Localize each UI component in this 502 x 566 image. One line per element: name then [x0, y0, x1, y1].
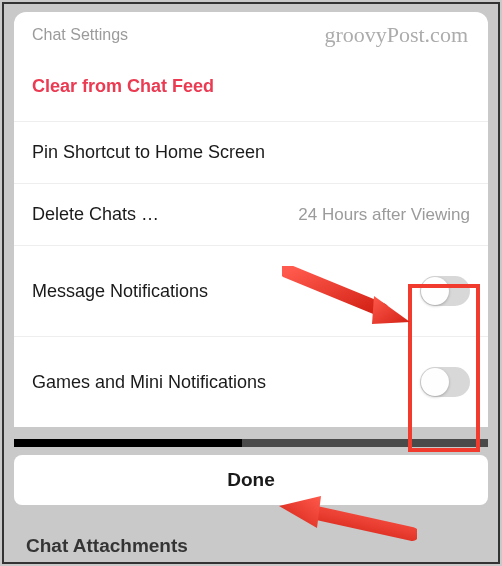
toggle-knob: [421, 277, 449, 305]
clear-chat-feed-label: Clear from Chat Feed: [32, 76, 214, 97]
message-notifications-row: Message Notifications: [14, 246, 488, 337]
games-notifications-toggle[interactable]: [420, 367, 470, 397]
done-button[interactable]: Done: [14, 455, 488, 505]
delete-chats-label: Delete Chats …: [32, 204, 159, 225]
delete-chats-value: 24 Hours after Viewing: [298, 205, 470, 225]
message-notifications-toggle[interactable]: [420, 276, 470, 306]
background-row-label: Chat Attachments: [26, 535, 188, 557]
done-label: Done: [227, 469, 275, 490]
progress-area: [14, 439, 488, 449]
pin-shortcut-row[interactable]: Pin Shortcut to Home Screen: [14, 122, 488, 184]
progress-fill: [14, 439, 242, 447]
pin-shortcut-label: Pin Shortcut to Home Screen: [32, 142, 265, 163]
games-notifications-row: Games and Mini Notifications: [14, 337, 488, 427]
chat-settings-sheet: Chat Settings Clear from Chat Feed Pin S…: [14, 12, 488, 427]
clear-chat-feed-row[interactable]: Clear from Chat Feed: [14, 52, 488, 122]
app-frame: groovyPost.com Chat Settings Clear from …: [2, 2, 500, 564]
delete-chats-row[interactable]: Delete Chats … 24 Hours after Viewing: [14, 184, 488, 246]
message-notifications-label: Message Notifications: [32, 281, 208, 302]
games-notifications-label: Games and Mini Notifications: [32, 372, 266, 393]
sheet-title: Chat Settings: [14, 12, 488, 52]
toggle-knob: [421, 368, 449, 396]
